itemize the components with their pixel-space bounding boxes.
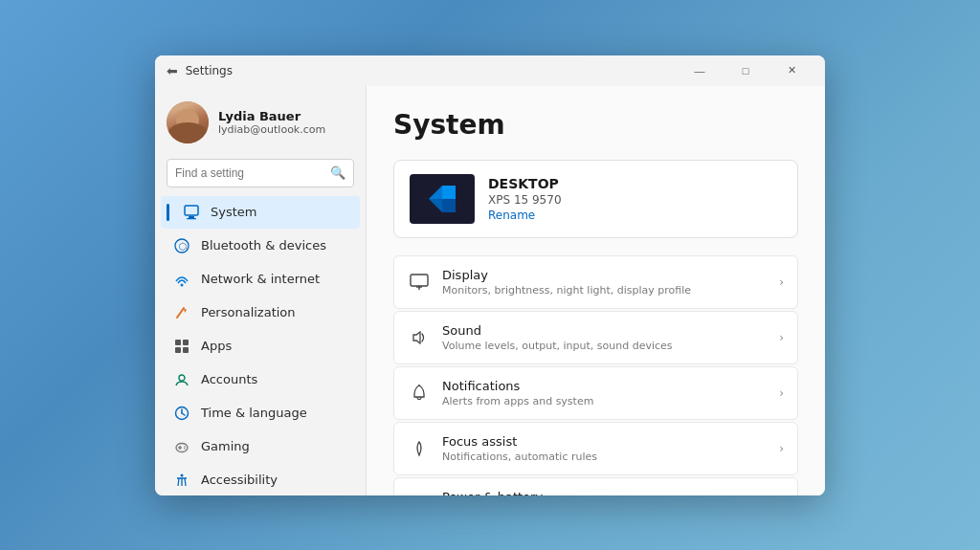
user-section: Lydia Bauer lydiab@outlook.com xyxy=(155,86,366,155)
svg-rect-10 xyxy=(175,347,181,353)
focus-title: Focus assist xyxy=(442,434,768,449)
sidebar-item-apps[interactable]: Apps xyxy=(161,330,360,363)
sidebar-label-system: System xyxy=(211,205,256,219)
settings-list: Display Monitors, brightness, night ligh… xyxy=(393,255,798,495)
display-chevron: › xyxy=(779,275,784,289)
sidebar-label-personalization: Personalization xyxy=(201,305,296,319)
focus-desc: Notifications, automatic rules xyxy=(442,451,768,463)
svg-marker-7 xyxy=(184,308,187,313)
notifications-text: Notifications Alerts from apps and syste… xyxy=(442,379,768,407)
settings-item-power[interactable]: Power & battery Sleep, battery usage, ba… xyxy=(393,477,798,495)
gaming-icon xyxy=(172,437,191,456)
window-title: Settings xyxy=(186,64,233,77)
personalization-icon xyxy=(172,303,191,322)
sidebar-label-accounts: Accounts xyxy=(201,372,257,386)
sound-chevron: › xyxy=(779,331,784,344)
display-desc: Monitors, brightness, night light, displ… xyxy=(442,284,768,297)
nav-items: System ⬡ Bluetooth & devices Network & i… xyxy=(155,195,366,488)
title-bar: ⬅ Settings — □ ✕ xyxy=(155,55,825,86)
active-indicator xyxy=(167,204,169,221)
sound-text: Sound Volume levels, output, input, soun… xyxy=(442,323,768,352)
svg-point-19 xyxy=(184,446,186,448)
settings-item-focus[interactable]: Focus assist Notifications, automatic ru… xyxy=(393,422,798,475)
sidebar-item-accounts[interactable]: Accounts xyxy=(161,363,360,396)
svg-point-12 xyxy=(179,375,185,381)
sidebar-label-network: Network & internet xyxy=(201,272,320,286)
page-title: System xyxy=(393,109,798,141)
settings-window: ⬅ Settings — □ ✕ Lydia Bauer lydiab@outl… xyxy=(155,55,825,495)
sidebar-label-accessibility: Accessibility xyxy=(201,473,278,487)
svg-rect-8 xyxy=(175,340,181,345)
search-box[interactable]: 🔍 xyxy=(167,159,354,187)
apps-icon xyxy=(172,337,191,356)
sidebar-item-time[interactable]: Time & language xyxy=(161,397,360,429)
search-icon: 🔍 xyxy=(330,165,345,180)
notifications-desc: Alerts from apps and system xyxy=(442,395,768,407)
user-name: Lydia Bauer xyxy=(218,109,354,123)
sidebar-item-gaming[interactable]: Gaming xyxy=(161,430,360,463)
user-info: Lydia Bauer lydiab@outlook.com xyxy=(218,109,354,136)
display-text: Display Monitors, brightness, night ligh… xyxy=(442,268,768,297)
device-card: DESKTOP XPS 15 9570 Rename xyxy=(393,160,798,238)
sound-title: Sound xyxy=(442,323,768,338)
sidebar-item-personalization[interactable]: Personalization xyxy=(161,297,360,329)
power-text: Power & battery Sleep, battery usage, ba… xyxy=(442,490,768,495)
sidebar: Lydia Bauer lydiab@outlook.com 🔍 System xyxy=(155,86,366,495)
sound-desc: Volume levels, output, input, sound devi… xyxy=(442,340,768,352)
power-icon xyxy=(408,493,431,495)
bluetooth-icon: ⬡ xyxy=(172,236,191,255)
sound-icon xyxy=(408,326,431,349)
sidebar-label-time: Time & language xyxy=(201,406,307,420)
svg-rect-0 xyxy=(185,206,198,215)
sidebar-item-accessibility[interactable]: Accessibility xyxy=(161,464,360,488)
focus-chevron: › xyxy=(779,442,784,455)
display-title: Display xyxy=(442,268,768,282)
svg-point-5 xyxy=(181,283,184,286)
avatar xyxy=(167,101,209,143)
window-body: Lydia Bauer lydiab@outlook.com 🔍 System xyxy=(155,86,825,495)
svg-text:⬡: ⬡ xyxy=(179,241,188,252)
device-model: XPS 15 9570 xyxy=(488,193,562,207)
user-email: lydiab@outlook.com xyxy=(218,123,354,136)
svg-point-20 xyxy=(184,448,186,450)
settings-item-sound[interactable]: Sound Volume levels, output, input, soun… xyxy=(393,311,798,364)
sidebar-item-system[interactable]: System xyxy=(161,196,360,229)
svg-rect-9 xyxy=(183,340,189,345)
sidebar-label-apps: Apps xyxy=(201,339,232,353)
settings-item-display[interactable]: Display Monitors, brightness, night ligh… xyxy=(393,255,798,309)
close-button[interactable]: ✕ xyxy=(769,55,813,86)
focus-icon xyxy=(408,437,431,460)
accessibility-icon xyxy=(172,471,191,488)
window-controls: — □ ✕ xyxy=(678,55,813,86)
display-icon xyxy=(408,271,431,294)
svg-line-6 xyxy=(177,308,184,318)
device-info: DESKTOP XPS 15 9570 Rename xyxy=(488,176,562,222)
maximize-button[interactable]: □ xyxy=(724,55,768,86)
main-content: System DESKTOP XPS 15 9570 Rename xyxy=(366,86,825,495)
network-icon xyxy=(172,270,191,289)
svg-rect-11 xyxy=(183,347,189,353)
svg-rect-1 xyxy=(189,216,194,218)
search-input[interactable] xyxy=(175,166,324,180)
device-rename-link[interactable]: Rename xyxy=(488,209,562,222)
minimize-button[interactable]: — xyxy=(678,55,722,86)
settings-item-notifications[interactable]: Notifications Alerts from apps and syste… xyxy=(393,366,798,420)
sidebar-label-gaming: Gaming xyxy=(201,439,250,453)
notifications-chevron: › xyxy=(779,386,784,400)
accounts-icon xyxy=(172,370,191,389)
svg-rect-2 xyxy=(187,218,196,219)
device-name: DESKTOP xyxy=(488,176,562,191)
sidebar-item-network[interactable]: Network & internet xyxy=(161,263,360,296)
sidebar-label-bluetooth: Bluetooth & devices xyxy=(201,238,326,253)
svg-rect-24 xyxy=(411,275,428,286)
focus-text: Focus assist Notifications, automatic ru… xyxy=(442,434,768,463)
time-icon xyxy=(172,404,191,423)
notifications-icon xyxy=(408,382,431,405)
system-icon xyxy=(182,203,201,222)
sidebar-item-bluetooth[interactable]: ⬡ Bluetooth & devices xyxy=(161,230,360,262)
power-title: Power & battery xyxy=(442,490,768,495)
device-image xyxy=(410,174,475,224)
notifications-title: Notifications xyxy=(442,379,768,393)
svg-line-15 xyxy=(182,413,185,415)
svg-point-21 xyxy=(181,473,184,476)
